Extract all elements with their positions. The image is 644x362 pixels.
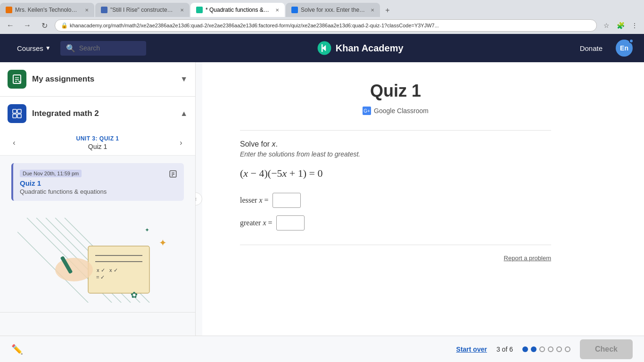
greater-x-input[interactable] [276, 215, 305, 230]
illustration-svg: ✦ ✦ x ✓ x ✓ = ✓ ✿ [17, 218, 178, 303]
navbar: Courses ▼ 🔍 Khan Academy Donate [0, 34, 644, 62]
unit-label: UNIT 3: QUIZ 1 [76, 135, 119, 142]
progress-dot-2 [531, 346, 537, 352]
lesser-x-label: lesser x = [240, 196, 269, 205]
tab-favicon-1 [6, 7, 12, 13]
assignments-chevron-icon: ▼ [180, 75, 188, 83]
extensions-button[interactable]: 🧩 [615, 20, 626, 31]
khan-academy-text: Khan Academy [336, 43, 404, 54]
tab-close-1[interactable]: ✕ [85, 8, 89, 13]
svg-rect-5 [13, 109, 17, 113]
progress-dot-3 [539, 346, 545, 352]
lesser-x-input[interactable] [272, 193, 301, 208]
sidebar: My assignments ▼ Integrated math [0, 62, 196, 336]
browser-tab-1[interactable]: Mrs. Keilen's Technology Webpa... ✕ [0, 3, 94, 17]
user-avatar[interactable]: En [616, 40, 633, 57]
content-divider [240, 130, 551, 131]
tab-close-2[interactable]: ✕ [180, 8, 184, 13]
browser-tab-2[interactable]: "Still I Rise" constructed respons... ✕ [95, 3, 190, 17]
nav-next-button[interactable]: › [174, 136, 188, 149]
tab-close-4[interactable]: ✕ [371, 8, 374, 13]
sidebar-illustration: ✦ ✦ x ✓ x ✓ = ✓ ✿ [0, 208, 195, 312]
bottom-bar: ✏️ Start over 3 of 6 Check [0, 336, 644, 362]
bottom-divider [240, 245, 551, 245]
quiz-nav-label: Quiz 1 [76, 143, 119, 150]
lesser-x-row: lesser x = [240, 193, 551, 208]
start-over-button[interactable]: Start over [456, 346, 487, 353]
notification-dot [629, 39, 634, 43]
progress-dot-1 [522, 346, 528, 352]
check-button[interactable]: Check [580, 339, 633, 359]
my-assignments-section: My assignments ▼ [0, 62, 195, 97]
google-classroom-link[interactable]: G+ Google Classroom [240, 107, 551, 115]
assignment-card-content: Due Nov 20th, 11:59 pm Quiz 1 Quadratic … [20, 169, 164, 195]
tab-favicon-2 [101, 7, 107, 13]
sidebar-nav: ‹ UNIT 3: QUIZ 1 Quiz 1 › [0, 131, 195, 156]
search-icon: 🔍 [66, 44, 75, 53]
svg-text:✦: ✦ [145, 227, 149, 233]
courses-chevron-icon: ▼ [45, 45, 51, 51]
browser-tab-4[interactable]: Solve for xxx. Enter the solutions... ✕ [286, 3, 380, 17]
assignment-subtitle: Quadratic functions & equations [20, 188, 164, 195]
solve-instruction: Enter the solutions from least to greate… [240, 150, 551, 158]
address-bar-input[interactable]: 🔒 khanacademy.org/math/math2/xe2ae2386aa… [55, 19, 597, 32]
pen-icon: ✏️ [11, 344, 23, 355]
svg-text:x ✓: x ✓ [97, 267, 105, 273]
progress-dot-5 [556, 346, 562, 352]
user-initials: En [620, 44, 628, 52]
tab-favicon-3 [196, 7, 203, 13]
greater-x-label: greater x = [240, 219, 272, 227]
progress-text: 3 of 6 [496, 346, 513, 353]
refresh-button[interactable]: ↻ [38, 19, 51, 32]
progress-dot-6 [565, 346, 570, 352]
search-input[interactable] [79, 44, 140, 52]
courses-button[interactable]: Courses ▼ [11, 41, 57, 56]
assignments-icon [8, 70, 26, 89]
due-badge: Due Nov 20th, 11:59 pm [20, 170, 82, 177]
my-assignments-header[interactable]: My assignments ▼ [0, 62, 195, 96]
tab-title-4: Solve for xxx. Enter the solutions... [301, 7, 366, 13]
report-problem-link[interactable]: Report a problem [240, 255, 551, 262]
bookmark-button[interactable]: ☆ [601, 20, 612, 31]
quiz-title: Quiz 1 [240, 81, 551, 101]
nav-center: UNIT 3: QUIZ 1 Quiz 1 [76, 135, 119, 150]
math-chevron-icon: ▲ [180, 109, 188, 118]
more-button[interactable]: ⋮ [629, 20, 640, 31]
math-icon [8, 104, 26, 123]
khan-academy-logo[interactable]: Khan Academy [317, 41, 404, 56]
svg-point-27 [55, 258, 93, 281]
courses-label: Courses [17, 44, 43, 52]
assignment-title: Quiz 1 [20, 179, 164, 187]
svg-text:= ✓: = ✓ [96, 274, 105, 280]
forward-button[interactable]: → [21, 19, 34, 32]
svg-text:x ✓: x ✓ [109, 267, 118, 273]
svg-text:✦: ✦ [159, 238, 167, 248]
svg-rect-8 [17, 114, 21, 118]
progress-dots [522, 346, 570, 352]
address-text: khanacademy.org/math/math2/xe2ae2386aa2e… [70, 23, 439, 28]
assignment-quiz-icon [169, 170, 177, 180]
svg-rect-6 [17, 109, 21, 113]
donate-button[interactable]: Donate [574, 41, 608, 56]
my-assignments-title: My assignments [32, 74, 174, 84]
search-box[interactable]: 🔍 [60, 41, 146, 56]
progress-dot-4 [548, 346, 553, 352]
new-tab-button[interactable]: + [381, 4, 394, 17]
content-wrapper: ‹ Quiz 1 G+ Google Classroom Solve for x… [196, 62, 644, 336]
khan-logo-icon [317, 41, 332, 56]
assignment-card[interactable]: Due Nov 20th, 11:59 pm Quiz 1 Quadratic … [11, 163, 184, 201]
browser-tab-3[interactable]: * Quadratic functions & equatio... ✕ [190, 3, 285, 17]
tab-title-3: * Quadratic functions & equatio... [206, 7, 271, 13]
google-icon: G+ [363, 107, 371, 115]
integrated-math-header[interactable]: Integrated math 2 ▲ [0, 97, 195, 131]
collapse-sidebar-button[interactable]: ‹ [196, 192, 202, 206]
equation: (x − 4)(−5x + 1) = 0 [240, 167, 551, 180]
integrated-math-section: Integrated math 2 ▲ ‹ UNIT 3: QUIZ 1 Qui… [0, 97, 195, 313]
solve-for-label: Solve for x. [240, 140, 551, 148]
nav-prev-button[interactable]: ‹ [8, 136, 21, 149]
tab-title-2: "Still I Rise" constructed respons... [110, 7, 175, 13]
problem-section: Solve for x. Enter the solutions from le… [240, 140, 551, 230]
back-button[interactable]: ← [4, 19, 17, 32]
greater-x-row: greater x = [240, 215, 551, 230]
tab-close-3[interactable]: ✕ [275, 8, 279, 13]
